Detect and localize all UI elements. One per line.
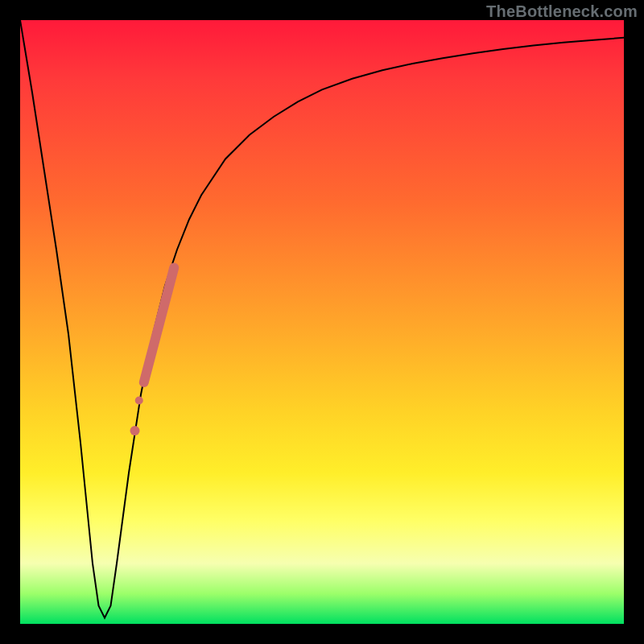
plot-svg [20,20,624,624]
plot-area [20,20,624,624]
bottleneck-curve [20,20,624,618]
overlay-highlight [144,268,175,383]
chart-frame: TheBottleneck.com [0,0,644,644]
overlay-dot-2 [135,397,143,405]
watermark: TheBottleneck.com [486,2,638,21]
overlay-dot [130,426,140,436]
